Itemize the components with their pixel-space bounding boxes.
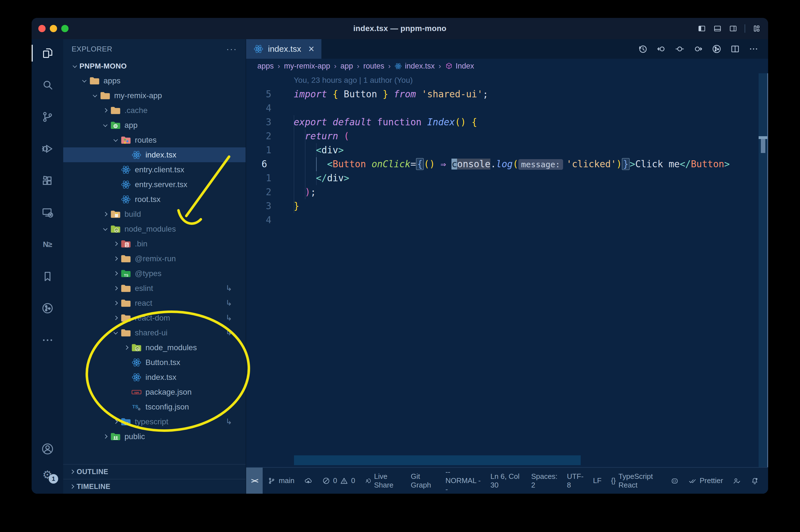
explorer-more-actions-button[interactable]: ···	[226, 44, 237, 54]
activity-nx-console[interactable]: N≥	[32, 238, 63, 251]
status-item-robot[interactable]	[666, 468, 684, 494]
activity-source-control[interactable]	[32, 110, 63, 124]
activity-explorer[interactable]	[32, 46, 63, 60]
folder-public-icon	[111, 433, 120, 441]
activity-run-debug[interactable]	[32, 142, 63, 155]
tree-item-eslint[interactable]: eslint↳	[63, 281, 246, 296]
activity-git-graph[interactable]	[32, 302, 63, 315]
breadcrumb-item-my-remix-app[interactable]: my-remix-app	[284, 62, 330, 71]
minimize-window-button[interactable]	[50, 25, 57, 32]
status-item-git-graph[interactable]: Git Graph	[406, 468, 441, 494]
react-icon	[132, 373, 141, 382]
tree-item-node_modules[interactable]: JSnode_modules	[63, 340, 246, 355]
tree-item-tsconfig.json[interactable]: TS⚙tsconfig.json	[63, 399, 246, 414]
code-line: 3 export default function Index() {	[246, 115, 768, 129]
tree-item-label: build	[125, 210, 141, 219]
file-history-button[interactable]	[638, 44, 648, 54]
remote-indicator[interactable]: ><	[246, 468, 263, 494]
code-editor[interactable]: You, 23 hours ago | 1 author (You) 5 imp…	[246, 73, 768, 467]
tree-item-@remix-run[interactable]: @remix-run	[63, 251, 246, 266]
tree-item-label: root.tsx	[135, 195, 160, 204]
settings-badge: 1	[49, 474, 58, 483]
next-change-icon	[693, 44, 703, 54]
tree-item-routes[interactable]: routes	[63, 133, 246, 147]
tree-item-root.tsx[interactable]: root.tsx	[63, 192, 246, 207]
warning-icon	[340, 477, 348, 485]
status-item-lf[interactable]: LF	[588, 468, 606, 494]
more-icon	[41, 334, 54, 346]
change-button[interactable]	[675, 44, 685, 54]
activity-bookmarks[interactable]	[32, 270, 63, 283]
status-item-main[interactable]: main	[263, 468, 299, 494]
horizontal-scrollbar[interactable]	[294, 455, 581, 465]
tree-item-label: index.tsx	[146, 151, 176, 159]
tree-item-package.json[interactable]: npmpackage.json	[63, 385, 246, 399]
tree-item-app[interactable]: ⚙app	[63, 118, 246, 133]
more-actions-button[interactable]	[748, 44, 759, 54]
status-item-0[interactable]: 00	[317, 468, 360, 494]
customize-layout-icon	[753, 24, 761, 33]
breadcrumb-separator: ›	[439, 62, 441, 71]
tree-item-react-dom[interactable]: react-dom↳	[63, 310, 246, 325]
tree-item-my-remix-app[interactable]: my-remix-app	[63, 88, 246, 103]
status-item-bell[interactable]	[746, 468, 764, 494]
status-item-cloud[interactable]	[299, 468, 317, 494]
code-line: 2 return (	[246, 129, 768, 143]
section-timeline[interactable]: TIMELINE	[63, 479, 246, 494]
tree-item-.bin[interactable]: 0110.bin	[63, 236, 246, 251]
toggle-panel-icon	[713, 24, 722, 33]
status-item-utf-8[interactable]: UTF-8	[562, 468, 588, 494]
breadcrumb-item-index.tsx[interactable]: index.tsx	[395, 62, 435, 71]
gitgraph-button[interactable]	[711, 44, 722, 54]
vertical-scrollbar[interactable]	[759, 73, 768, 467]
tree-item-public[interactable]: public	[63, 429, 246, 444]
next-change-button[interactable]	[693, 44, 703, 54]
line-number: 3	[246, 115, 281, 129]
breadcrumb-item-routes[interactable]: routes	[363, 62, 384, 71]
status-item-typescript-react[interactable]: {}TypeScript React	[606, 468, 666, 494]
activity-accounts[interactable]	[32, 442, 63, 456]
activity-more[interactable]	[32, 334, 63, 347]
tree-item-Button.tsx[interactable]: Button.tsx	[63, 355, 246, 370]
status-item-person-check[interactable]	[728, 468, 746, 494]
project-root-row[interactable]: PNPM-MONO	[63, 59, 246, 73]
tree-item-.cache[interactable]: .cache	[63, 103, 246, 118]
status-item-live-share[interactable]: Live Share	[360, 468, 406, 494]
chevron-right-icon	[100, 435, 110, 438]
close-tab-icon[interactable]: ×	[308, 44, 314, 54]
split-editor-button[interactable]	[730, 44, 740, 54]
react-icon	[253, 44, 264, 54]
tree-item-build[interactable]: build	[63, 207, 246, 222]
breadcrumb-item-app[interactable]: app	[340, 62, 353, 71]
activity-remote-explorer[interactable]	[32, 206, 63, 219]
activity-search[interactable]	[32, 78, 63, 92]
status-item--normal-[interactable]: -- NORMAL --	[441, 468, 485, 494]
prev-change-button[interactable]	[656, 44, 666, 54]
traffic-lights	[38, 18, 69, 39]
tree-item-entry.server.tsx[interactable]: entry.server.tsx	[63, 177, 246, 192]
status-item-ln-6-col-30[interactable]: Ln 6, Col 30	[485, 468, 527, 494]
tree-item-index.tsx[interactable]: index.tsx	[63, 370, 246, 385]
tree-item-label: eslint	[135, 284, 153, 293]
tree-item-label: entry.client.tsx	[135, 165, 184, 174]
tree-item-node_modules[interactable]: JSnode_modules	[63, 222, 246, 236]
activity-settings[interactable]: ⚙1	[32, 468, 63, 481]
tree-item-shared-ui[interactable]: shared-ui↳	[63, 325, 246, 340]
zoom-window-button[interactable]	[61, 25, 69, 32]
tree-item-index.tsx[interactable]: index.tsx	[63, 147, 246, 162]
tree-item-@types[interactable]: TS@types	[63, 266, 246, 281]
breadcrumb-item-Index[interactable]: Index	[445, 62, 474, 71]
tree-item-label: index.tsx	[146, 373, 176, 382]
activity-extensions[interactable]	[32, 174, 63, 187]
breadcrumb-item-apps[interactable]: apps	[258, 62, 274, 71]
tree-item-entry.client.tsx[interactable]: entry.client.tsx	[63, 162, 246, 177]
tree-item-apps[interactable]: apps	[63, 73, 246, 88]
tree-item-react[interactable]: react↳	[63, 296, 246, 310]
section-outline[interactable]: OUTLINE	[63, 464, 246, 479]
status-item-spaces-2[interactable]: Spaces: 2	[527, 468, 562, 494]
tree-item-typescript[interactable]: TStypescript↳	[63, 414, 246, 429]
tab-index-tsx[interactable]: index.tsx ×	[246, 39, 321, 59]
status-item-prettier[interactable]: Prettier	[684, 468, 728, 494]
tree-item-label: app	[125, 121, 138, 130]
close-window-button[interactable]	[38, 25, 45, 32]
